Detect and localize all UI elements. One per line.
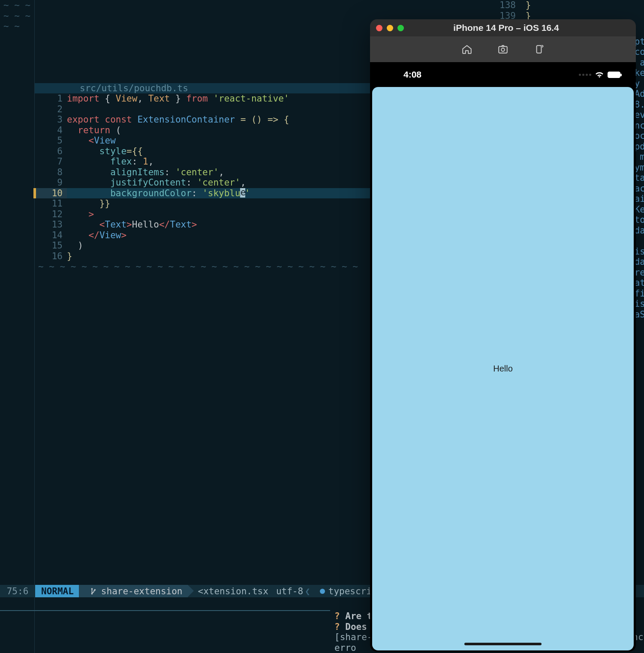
statusline-branch: share-extension bbox=[79, 585, 188, 597]
code-content: <View bbox=[67, 135, 116, 146]
code-content: justifyContent: 'center', bbox=[67, 177, 246, 188]
svg-rect-3 bbox=[499, 47, 507, 53]
svg-point-1 bbox=[91, 593, 93, 594]
code-content: alignItems: 'center', bbox=[67, 167, 224, 178]
battery-icon bbox=[608, 72, 620, 78]
status-time: 4:08 bbox=[403, 69, 421, 80]
code-content: </View> bbox=[67, 230, 126, 241]
cellular-dots-icon bbox=[579, 74, 591, 76]
svg-rect-5 bbox=[537, 45, 542, 53]
code-content: export const ExtensionContainer = () => … bbox=[67, 114, 289, 125]
home-icon[interactable] bbox=[461, 44, 472, 55]
simulator-toolbar bbox=[370, 36, 636, 62]
line-number: 3 bbox=[35, 114, 67, 125]
code-content: flex: 1, bbox=[67, 156, 153, 167]
tilde-indicators-top: ~ ~ ~ ~ ~ ~ ~ ~ bbox=[3, 0, 34, 32]
line-number: 8 bbox=[35, 167, 67, 178]
statusline-encoding: utf-8 bbox=[268, 586, 303, 596]
screenshot-icon[interactable] bbox=[497, 44, 509, 55]
line-number: 10 bbox=[35, 188, 67, 199]
line-number: 13 bbox=[35, 219, 67, 230]
home-indicator[interactable] bbox=[464, 643, 542, 645]
line-number: 12 bbox=[35, 209, 67, 220]
code-content: } bbox=[67, 251, 72, 262]
tilde-indicators-bottom: ~ ~ ~ ~ ~ ~ ~ ~ ~ ~ ~ ~ ~ ~ ~ ~ ~ ~ ~ ~ … bbox=[38, 261, 358, 272]
line-number: 14 bbox=[35, 230, 67, 241]
simulator-app-area[interactable]: Hello bbox=[370, 87, 636, 652]
git-branch-icon bbox=[90, 587, 98, 595]
code-content: style={{ bbox=[67, 146, 143, 157]
code-content: }} bbox=[67, 198, 110, 209]
close-icon[interactable] bbox=[376, 25, 382, 31]
current-line-marker bbox=[33, 188, 36, 199]
line-number: 15 bbox=[35, 240, 67, 251]
line-number: 4 bbox=[35, 125, 67, 136]
svg-point-2 bbox=[94, 589, 96, 590]
rotate-icon[interactable] bbox=[533, 44, 545, 55]
line-number: 5 bbox=[35, 135, 67, 146]
svg-point-0 bbox=[91, 588, 93, 590]
editor-sign-column: ~ ~ ~ ~ ~ ~ ~ ~ bbox=[0, 0, 34, 653]
device-status-bar: 4:08 bbox=[370, 62, 636, 87]
split-divider bbox=[0, 610, 330, 611]
line-number: 9 bbox=[35, 177, 67, 188]
filepath-text: src/utils/pouchdb.ts bbox=[80, 83, 188, 93]
line-number: 6 bbox=[35, 146, 67, 157]
svg-point-4 bbox=[501, 48, 505, 51]
line-number: 2 bbox=[35, 104, 67, 115]
code-content: import { View, Text } from 'react-native… bbox=[67, 93, 289, 104]
statusline-mode: NORMAL bbox=[35, 585, 79, 597]
app-hello-text: Hello bbox=[493, 364, 513, 374]
code-content: <Text>Hello</Text> bbox=[67, 219, 197, 230]
wifi-icon bbox=[595, 71, 604, 78]
line-number: 1 bbox=[35, 93, 67, 104]
ios-simulator-window[interactable]: iPhone 14 Pro – iOS 16.4 4:08 Hello bbox=[370, 19, 636, 652]
line-number: 7 bbox=[35, 156, 67, 167]
line-number: 16 bbox=[35, 251, 67, 262]
simulator-titlebar[interactable]: iPhone 14 Pro – iOS 16.4 bbox=[370, 19, 636, 36]
code-content: > bbox=[67, 209, 94, 220]
line-number: 11 bbox=[35, 198, 67, 209]
app-root-view[interactable]: Hello bbox=[372, 87, 634, 650]
statusline-filename: <xtension.tsx bbox=[188, 586, 268, 596]
code-content: backgroundColor: 'skyblue' bbox=[67, 188, 250, 199]
simulator-title: iPhone 14 Pro – iOS 16.4 bbox=[382, 23, 630, 33]
right-pane-line: 138 } bbox=[494, 0, 531, 11]
code-content: ) bbox=[67, 240, 83, 251]
cursor-block: e bbox=[240, 188, 245, 198]
right-pane-top-lines: 138 }139 } bbox=[494, 0, 531, 21]
statusline-pos: 75:6 bbox=[0, 586, 35, 596]
code-content: return ( bbox=[67, 125, 121, 136]
typescript-dot-icon bbox=[320, 589, 325, 594]
